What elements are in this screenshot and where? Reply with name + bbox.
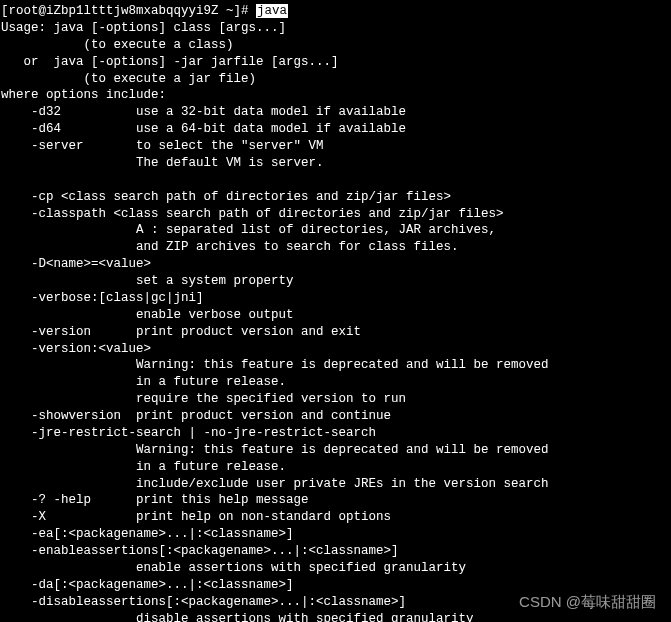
terminal-output: [root@iZbp1ltttjw8mxabqqyyi9Z ~]# java U…	[1, 3, 670, 622]
typed-command[interactable]: java	[256, 4, 288, 18]
output-body: Usage: java [-options] class [args...] (…	[1, 21, 549, 622]
shell-prompt: [root@iZbp1ltttjw8mxabqqyyi9Z ~]#	[1, 4, 256, 18]
